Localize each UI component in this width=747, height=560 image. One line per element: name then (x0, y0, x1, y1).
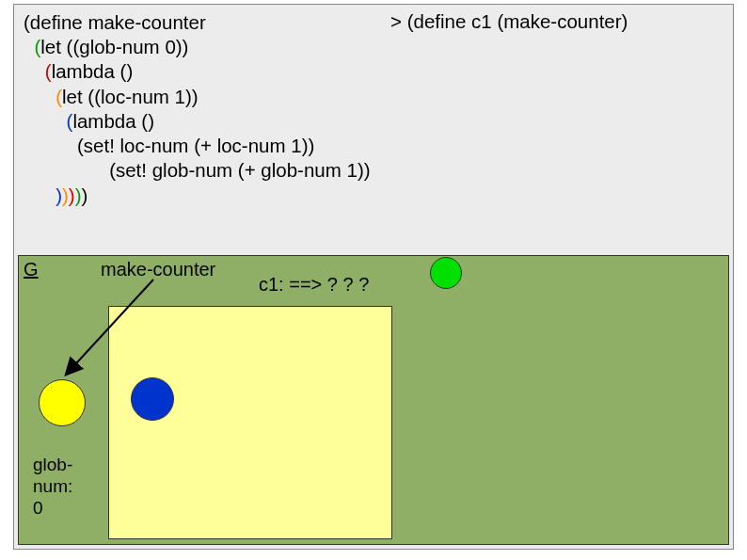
code-line-1: (define make-counter (24, 11, 206, 33)
value-circle-green-icon (430, 257, 462, 289)
paren-close-orange: ) (62, 184, 69, 206)
globnum-line2: num: (33, 476, 72, 496)
code-line-2: let ((glob-num 0)) (40, 36, 188, 57)
code-line-3: lambda () (52, 60, 134, 82)
value-circle-blue-icon (131, 377, 174, 421)
env-g-label: G (24, 259, 39, 280)
code-line-7: (set! glob-num (+ glob-num 1)) (109, 159, 370, 181)
code-line-6: (set! loc-num (+ loc-num 1)) (77, 135, 314, 156)
paren-close-black: ) (82, 184, 88, 206)
code-line-4: let ((loc-num 1)) (62, 86, 199, 107)
c1-result-label: c1: ==> ? ? ? (259, 274, 369, 296)
glob-num-binding: glob- num: 0 (33, 455, 72, 519)
env-inner-box (108, 306, 392, 539)
repl-line: > (define c1 (make-counter) (390, 10, 628, 33)
make-counter-label: make-counter (101, 259, 215, 280)
globnum-line1: glob- (33, 455, 72, 474)
paren-open-red: ( (45, 60, 52, 82)
value-circle-yellow-icon (39, 379, 86, 426)
slide-background: (define make-counter (let ((glob-num 0))… (13, 4, 734, 550)
globnum-line3: 0 (33, 498, 43, 518)
paren-close-red: ) (69, 184, 75, 206)
code-line-5: lambda () (72, 110, 154, 132)
paren-close-green: ) (75, 184, 82, 206)
paren-open-orange: ( (56, 86, 62, 107)
code-block: (define make-counter (let ((glob-num 0))… (24, 10, 371, 208)
paren-close-blue: ) (56, 184, 62, 206)
